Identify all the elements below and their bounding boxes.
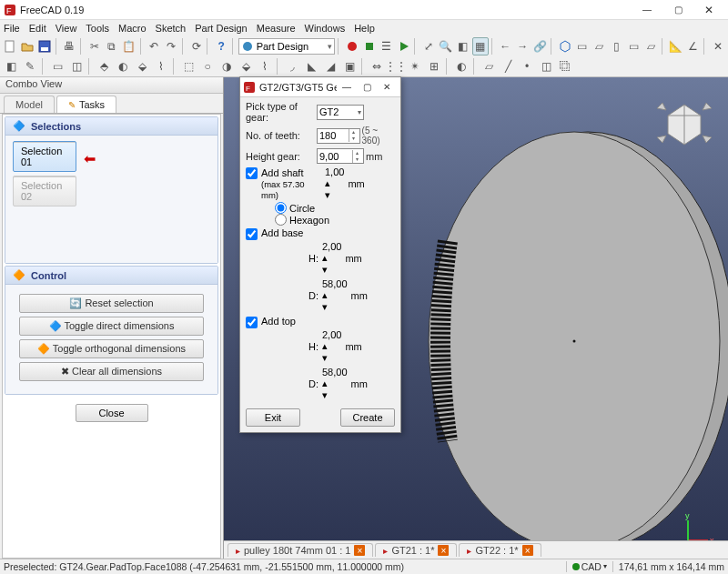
thickness-icon[interactable]: ▣ xyxy=(340,57,359,76)
selections-header[interactable]: 🔷 Selections xyxy=(5,117,217,136)
tab-model[interactable]: Model xyxy=(4,96,55,113)
rear-view-icon[interactable]: ▭ xyxy=(625,37,642,55)
menu-measure[interactable]: Measure xyxy=(257,23,296,34)
draft-icon[interactable]: ◢ xyxy=(321,57,339,76)
menu-file[interactable]: File xyxy=(4,23,20,34)
add-base-checkbox[interactable] xyxy=(246,228,258,240)
paste-icon[interactable]: 📋 xyxy=(121,37,137,55)
window-close-button[interactable]: ✕ xyxy=(693,1,724,19)
clear-measure-icon[interactable]: ✕ xyxy=(710,37,726,55)
map-sketch-icon[interactable]: ◫ xyxy=(67,57,86,76)
refresh-icon[interactable]: ⟳ xyxy=(188,37,205,55)
measure-angle-icon[interactable]: ∠ xyxy=(685,37,702,55)
macro-stop-icon[interactable] xyxy=(361,37,378,55)
macro-play-icon[interactable] xyxy=(396,37,412,55)
groove-icon[interactable]: ◑ xyxy=(217,57,236,76)
menu-view[interactable]: View xyxy=(56,23,77,34)
menu-edit[interactable]: Edit xyxy=(29,23,46,34)
doc-tab-0[interactable]: ▸pulley 180t 74mm 01 : 1× xyxy=(228,543,373,557)
new-doc-icon[interactable] xyxy=(2,37,18,55)
close-tab-icon[interactable]: × xyxy=(522,545,533,556)
close-button[interactable]: Close xyxy=(76,404,148,422)
sub-loft-icon[interactable]: ⬙ xyxy=(237,57,255,76)
control-header[interactable]: 🔶 Control xyxy=(5,267,217,285)
whatsthis-icon[interactable]: ? xyxy=(213,37,229,55)
gear-type-select[interactable]: GT2▾ xyxy=(317,105,364,120)
loft-icon[interactable]: ⬙ xyxy=(133,57,151,76)
height-input[interactable]: 9,00▴▾ xyxy=(317,148,364,164)
reset-selection-button[interactable]: 🔄 Reset selection xyxy=(19,294,205,313)
circle-radio[interactable] xyxy=(275,202,287,214)
nav-next-icon[interactable]: → xyxy=(514,37,531,55)
bottom-view-icon[interactable]: ▱ xyxy=(642,37,659,55)
dialog-titlebar[interactable]: F GT2/GT3/GT5 Gear Cre… — ▢ ✕ xyxy=(240,77,400,97)
undo-icon[interactable]: ↶ xyxy=(146,37,162,55)
top-h-input[interactable]: 2,00▴▾ xyxy=(322,329,341,364)
selection-01-button[interactable]: Selection 01 xyxy=(13,141,76,172)
add-shaft-checkbox[interactable] xyxy=(246,167,258,179)
draw-style-icon[interactable]: ◧ xyxy=(455,37,471,55)
hexagon-radio[interactable] xyxy=(275,214,287,226)
macro-record-icon[interactable] xyxy=(344,37,360,55)
toggle-direct-dimensions-button[interactable]: 🔷 Toggle direct dimensions xyxy=(19,317,205,336)
multi-transform-icon[interactable]: ⊞ xyxy=(425,57,443,76)
link-icon[interactable]: 🔗 xyxy=(531,37,548,55)
boolean-icon[interactable]: ◐ xyxy=(452,57,470,76)
menu-help[interactable]: Help xyxy=(354,23,375,34)
print-icon[interactable]: 🖶 xyxy=(61,37,77,55)
pad-icon[interactable]: ⬘ xyxy=(95,57,113,76)
shaft-input[interactable]: 1,00▴▾ xyxy=(325,166,344,201)
body-icon[interactable]: ◧ xyxy=(2,57,20,76)
right-view-icon[interactable]: ▯ xyxy=(608,37,624,55)
copy-icon[interactable]: ⧉ xyxy=(104,37,120,55)
selection-02-button[interactable]: Selection 02 xyxy=(13,176,76,206)
menu-part-design[interactable]: Part Design xyxy=(195,23,247,34)
dialog-maximize-button[interactable]: ▢ xyxy=(357,79,377,96)
window-maximize-button[interactable]: ▢ xyxy=(662,1,693,19)
sub-pipe-icon[interactable]: ⌇ xyxy=(256,57,274,76)
fit-all-icon[interactable]: ⤢ xyxy=(420,37,437,55)
datum-line-icon[interactable]: ╱ xyxy=(499,57,517,76)
edit-sketch-icon[interactable]: ▭ xyxy=(48,57,66,76)
window-minimize-button[interactable]: — xyxy=(632,1,662,19)
revolution-icon[interactable]: ◐ xyxy=(114,57,132,76)
top-d-input[interactable]: 58,00▴▾ xyxy=(322,367,348,401)
close-tab-icon[interactable]: × xyxy=(354,545,365,556)
tab-tasks[interactable]: ✎Tasks xyxy=(56,96,116,113)
linear-pattern-icon[interactable]: ⋮⋮ xyxy=(387,57,405,76)
dialog-close-button[interactable]: ✕ xyxy=(377,79,397,96)
exit-button[interactable]: Exit xyxy=(246,408,300,427)
polar-pattern-icon[interactable]: ✴ xyxy=(406,57,424,76)
cut-icon[interactable]: ✂ xyxy=(86,37,103,55)
fit-selection-icon[interactable]: 🔍 xyxy=(438,37,454,55)
measure-linear-icon[interactable]: 📐 xyxy=(668,37,684,55)
pocket-icon[interactable]: ⬚ xyxy=(179,57,197,76)
create-button[interactable]: Create xyxy=(340,408,395,427)
bound-box-icon[interactable]: ▦ xyxy=(472,37,489,55)
clear-all-dimensions-button[interactable]: ✖ Clear all dimensions xyxy=(19,362,205,381)
workbench-selector[interactable]: Part Design ▾ xyxy=(238,38,336,55)
add-top-checkbox[interactable] xyxy=(246,317,258,328)
sketch-icon[interactable]: ✎ xyxy=(21,57,39,76)
pipe-icon[interactable]: ⌇ xyxy=(152,57,170,76)
menu-windows[interactable]: Windows xyxy=(305,23,346,34)
datum-plane-icon[interactable]: ▱ xyxy=(480,57,498,76)
close-tab-icon[interactable]: × xyxy=(438,545,449,556)
dialog-minimize-button[interactable]: — xyxy=(337,79,357,96)
nav-style-indicator[interactable]: CAD ▾ xyxy=(572,561,607,572)
top-view-icon[interactable]: ▱ xyxy=(591,37,607,55)
iso-view-icon[interactable] xyxy=(557,37,573,55)
menu-macro[interactable]: Macro xyxy=(118,23,147,34)
nav-prev-icon[interactable]: ← xyxy=(497,37,513,55)
chamfer-icon[interactable]: ◣ xyxy=(302,57,320,76)
base-d-input[interactable]: 58,00▴▾ xyxy=(322,278,348,313)
navigation-cube[interactable] xyxy=(652,88,717,154)
redo-icon[interactable]: ↷ xyxy=(163,37,179,55)
clone-icon[interactable]: ⿻ xyxy=(556,57,574,76)
shape-binder-icon[interactable]: ◫ xyxy=(537,57,555,76)
datum-point-icon[interactable]: • xyxy=(518,57,536,76)
save-icon[interactable] xyxy=(36,37,53,55)
toggle-orthogonal-dimensions-button[interactable]: 🔶 Toggle orthogonal dimensions xyxy=(19,339,205,358)
mirror-icon[interactable]: ⇔ xyxy=(368,57,386,76)
hole-icon[interactable]: ○ xyxy=(198,57,217,76)
